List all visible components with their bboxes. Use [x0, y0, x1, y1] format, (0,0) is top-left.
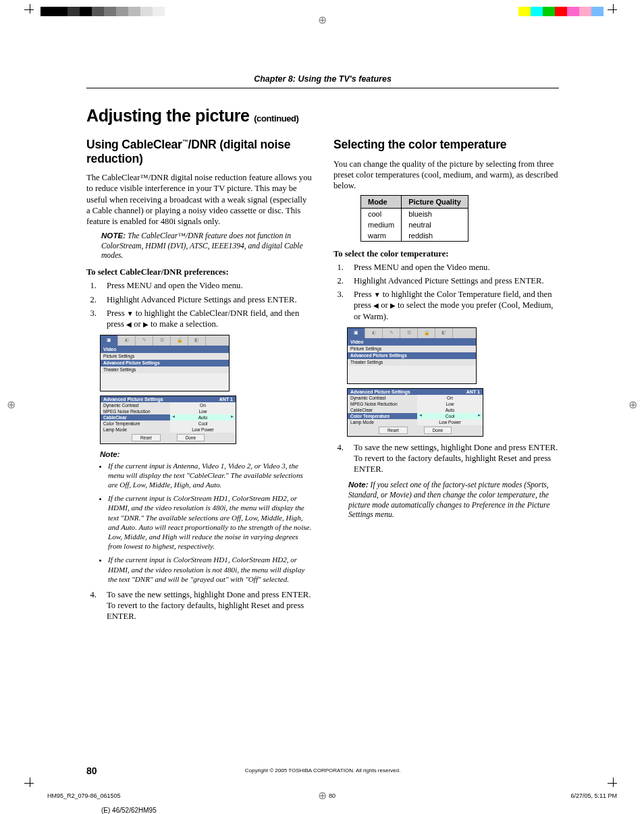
color-temperature-table: ModePicture Quality coolblueish mediumne… — [360, 195, 468, 242]
sheet-name: (E) 46/52/62HM95 — [101, 807, 157, 814]
step-text: Press — [354, 290, 374, 299]
osd-video-menu: ▣ ◐ ✎ ☰ 🔒 ◧ Video Picture Settings Advan… — [347, 327, 477, 384]
osd-menu-label: Video — [101, 346, 229, 353]
osd-item: Theater Settings — [348, 359, 476, 366]
aps-val: Cool — [170, 420, 236, 427]
right-column: Selecting the color temperature You can … — [333, 138, 559, 627]
aps-key-selected: Color Temperature — [348, 413, 417, 419]
trademark-symbol: ™ — [182, 138, 188, 145]
advanced-picture-settings-panel: Advanced Picture SettingsANT 1 Dynamic C… — [347, 388, 483, 437]
steps-list: Press MENU and open the Video menu. High… — [93, 280, 312, 329]
td-quality: blueish — [402, 208, 468, 219]
copyright-footer: Copyright © 2005 TOSHIBA CORPORATION. Al… — [86, 767, 559, 774]
osd-item-selected: Advanced Picture Settings — [101, 360, 229, 367]
left-triangle-icon: ◀ — [126, 321, 132, 328]
intro-paragraph: You can change the quality of the pictur… — [333, 159, 559, 191]
step-item: Press MENU and open the Video menu. — [346, 262, 559, 273]
aps-val-selected: ◄Cool► — [417, 413, 483, 419]
left-arrow-icon: ◄ — [171, 414, 176, 418]
aps-input: ANT 1 — [466, 389, 480, 394]
step-text: to make a selection. — [149, 319, 218, 329]
section-heading-color-temp: Selecting the color temperature — [333, 138, 559, 152]
left-column: Using CableClear™/DNR (digital noise red… — [86, 138, 312, 627]
aps-key: Lamp Mode — [348, 419, 417, 425]
advanced-picture-settings-panel: Advanced Picture SettingsANT 1 Dynamic C… — [100, 396, 236, 444]
left-triangle-icon: ◀ — [373, 302, 379, 309]
osd-menu-label: Video — [348, 338, 476, 346]
step-item: To save the new settings, highlight Done… — [346, 442, 559, 474]
osd-tab-icon: 🔒 — [171, 335, 188, 346]
osd-tab-video-icon: ▣ — [101, 335, 118, 346]
osd-video-menu: ▣ ◐ ✎ ☰ 🔒 ◧ Video Picture Settings Advan… — [100, 335, 230, 391]
td-mode: warm — [361, 230, 402, 242]
left-arrow-icon: ◄ — [419, 413, 423, 417]
aps-val-text: Auto — [198, 415, 208, 420]
down-triangle-icon: ▼ — [374, 292, 381, 298]
osd-tab-icon: ☰ — [153, 335, 171, 346]
note-block: Note: If you select one of the factory-s… — [348, 480, 559, 520]
aps-done-button: Done — [177, 434, 205, 441]
aps-val: Low — [170, 408, 236, 414]
osd-tab-icon: ◧ — [188, 335, 206, 346]
crop-mark-icon — [24, 778, 36, 790]
aps-key: CableClear — [348, 407, 417, 413]
note-text: If you select one of the factory-set pic… — [348, 481, 549, 519]
page-title: Adjusting the picture (continued) — [86, 106, 559, 126]
aps-key: Dynamic Contrast — [101, 402, 170, 408]
aps-val: On — [170, 402, 236, 408]
td-mode: cool — [361, 208, 402, 219]
crop-mark-icon — [24, 4, 36, 16]
aps-key: Color Temperature — [101, 420, 170, 427]
step-text: or — [379, 300, 390, 310]
aps-key-selected: CableClear — [101, 414, 170, 420]
note-bullet: If the current input is ColorStream HD1,… — [108, 493, 312, 551]
steps-list: Press MENU and open the Video menu. High… — [340, 262, 559, 322]
right-arrow-icon: ► — [230, 414, 234, 418]
registration-mark-left-icon: ⊕ — [7, 398, 16, 411]
right-arrow-icon: ► — [477, 413, 481, 417]
osd-tab-icon: ✎ — [383, 328, 400, 338]
crop-mark-icon — [608, 778, 620, 790]
th-quality: Picture Quality — [402, 195, 468, 208]
aps-val: Low Power — [170, 427, 236, 433]
step-item: Highlight Advanced Picture Settings and … — [99, 294, 312, 305]
osd-tab-icon: ◧ — [435, 328, 453, 338]
procedure-heading: To select CableClear/DNR preferences: — [86, 267, 312, 277]
note-bullet: If the current input is ColorStream HD1,… — [108, 555, 312, 584]
notes-block: Note: If the current input is Antenna, V… — [100, 450, 312, 584]
section-heading-cableclear: Using CableClear™/DNR (digital noise red… — [86, 138, 312, 165]
steps-list-continued: To save the new settings, highlight Done… — [93, 589, 312, 622]
aps-val: Auto — [417, 407, 483, 413]
step-item: Press ▼ to highlight the CableClear/DNR … — [99, 308, 312, 329]
aps-val-text: Cool — [446, 414, 455, 418]
aps-key: Lamp Mode — [101, 427, 170, 433]
registration-mark-top-icon: ⊕ — [318, 13, 327, 26]
step-item: To save the new settings, highlight Done… — [99, 589, 312, 622]
page-title-continued: (continued) — [254, 113, 298, 124]
print-slug: HM95_R2_079-86_061505 80 6/27/05, 5:11 P… — [47, 792, 617, 799]
aps-val: On — [417, 395, 483, 401]
down-triangle-icon: ▼ — [127, 310, 134, 317]
crop-mark-icon — [608, 4, 620, 16]
osd-tab-icon: ✎ — [136, 335, 153, 346]
osd-item: Picture Settings — [101, 353, 229, 360]
aps-val: Low Power — [417, 419, 483, 425]
osd-tab-icon: ☰ — [400, 328, 418, 338]
aps-input: ANT 1 — [219, 397, 233, 402]
procedure-heading: To select the color temperature: — [333, 248, 559, 259]
note-bullet: If the current input is Antenna, Video 1… — [108, 461, 312, 490]
chapter-heading: Chapter 8: Using the TV's features — [86, 74, 559, 84]
step-item: Press ▼ to highlight the Color Temperatu… — [346, 289, 559, 321]
td-mode: medium — [361, 219, 402, 230]
th-mode: Mode — [361, 195, 402, 208]
aps-val: Low — [417, 401, 483, 407]
aps-key: Dynamic Contrast — [348, 395, 417, 401]
aps-done-button: Done — [424, 427, 452, 434]
aps-title: Advanced Picture Settings — [103, 397, 163, 402]
registration-mark-right-icon: ⊕ — [628, 398, 637, 411]
note-label: NOTE: — [101, 231, 126, 240]
step-item: Press MENU and open the Video menu. — [99, 280, 312, 291]
steps-list-continued: To save the new settings, highlight Done… — [340, 442, 559, 474]
slug-filename: HM95_R2_079-86_061505 — [47, 792, 121, 799]
step-text: or — [132, 319, 143, 329]
